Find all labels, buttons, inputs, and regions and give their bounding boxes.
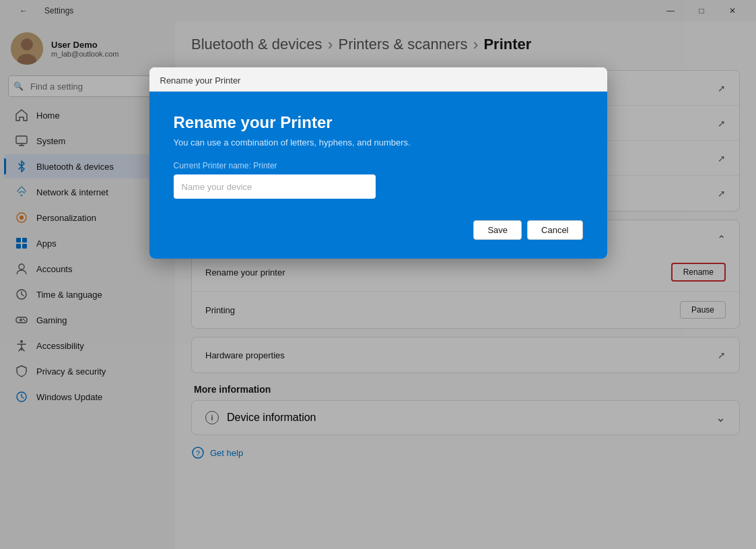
dialog-current-label: Current Printer name: Printer [174, 161, 583, 170]
dialog-actions: Save Cancel [174, 220, 583, 240]
device-name-input[interactable] [174, 174, 376, 199]
dialog-save-button[interactable]: Save [473, 220, 522, 240]
dialog-body: Rename your Printer You can use a combin… [149, 92, 607, 259]
dialog-cancel-button[interactable]: Cancel [527, 220, 582, 240]
dialog-overlay: Rename your Printer Rename your Printer … [0, 0, 756, 549]
rename-dialog: Rename your Printer Rename your Printer … [149, 67, 607, 259]
dialog-titlebar: Rename your Printer [149, 67, 607, 92]
dialog-desc: You can use a combination of letters, hy… [174, 137, 583, 148]
dialog-title: Rename your Printer [174, 113, 583, 132]
